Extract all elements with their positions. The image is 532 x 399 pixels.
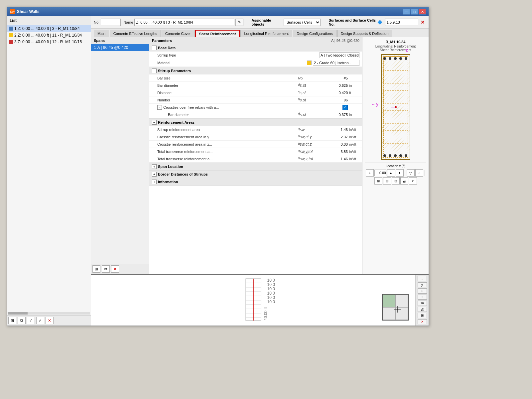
stirrup-type-label: Stirrup type	[157, 53, 296, 57]
scale-val-2: 10.0	[267, 282, 275, 287]
list-item-3[interactable]: 3 Z: 0.00 ... 40.00 ft | 12 - R_M1 10/15	[7, 39, 91, 45]
filter-button[interactable]: ▽	[407, 169, 415, 177]
position-up-button[interactable]: ▲	[387, 169, 395, 177]
viz-btn-1[interactable]: ↕	[418, 276, 427, 281]
list-item-1[interactable]: 1 Z: 0.00 ... 40.00 ft | 3 - R_M1 10/84	[7, 25, 91, 32]
distance-value: 0.420	[321, 91, 348, 95]
preview-bottom-toolbar: Location x [ft] ⤓ ▲ ▼ ▽ ⊿ ⊞ ⊟	[365, 163, 426, 185]
viz-btn-2[interactable]: y	[418, 282, 427, 288]
bar-size-label: Bar size	[157, 76, 298, 80]
list-new-button[interactable]: ⊞	[8, 317, 16, 324]
svg-point-12	[405, 154, 407, 157]
surfaces-group: Surfaces and Surface Cells No. 🔷 ✕	[329, 18, 426, 26]
list-item-label-2: 2 Z: 0.00 ... 40.00 ft | 11 - R_M1 10/84	[14, 33, 82, 38]
tab-concrete-cover[interactable]: Concrete Cover	[162, 30, 195, 37]
filter2-button[interactable]: ⊿	[415, 169, 423, 177]
row-crosstie-z: Crosstie reinforcement area in z... asw,…	[149, 141, 362, 148]
list-copy-button[interactable]: ⧉	[18, 317, 26, 324]
stirrup-type-input[interactable]	[320, 52, 359, 58]
title-controls: ─ □ ✕	[403, 9, 426, 15]
section-information-header[interactable]: + Information	[149, 178, 362, 186]
tab-longitudinal[interactable]: Longitudinal Reinforcement	[240, 30, 292, 37]
section-base-data-header[interactable]: − Base Data	[149, 44, 362, 52]
svg-point-6	[399, 57, 402, 60]
material-input[interactable]	[313, 60, 359, 66]
tab-main[interactable]: Main	[94, 30, 109, 37]
list-item-color-3	[9, 40, 13, 44]
preview-export-button[interactable]: ⤓	[366, 169, 374, 177]
crosstie-z-unit: in²/ft	[348, 142, 359, 146]
more-button[interactable]: ▾	[409, 177, 417, 185]
expand-crossties[interactable]: −	[157, 105, 162, 110]
view1-button[interactable]: ⊞	[374, 177, 382, 185]
crosstie-y-label: Crosstie reinforcement area in y...	[157, 135, 298, 139]
toolbar-sep-1	[405, 170, 405, 176]
section-span-location-header[interactable]: + Span Location	[149, 163, 362, 170]
list-item-2[interactable]: 2 Z: 0.00 ... 40.00 ft | 11 - R_M1 10/84	[7, 32, 91, 39]
span-items: 1 A | 96 #5 @0.420	[91, 44, 149, 154]
print-button[interactable]: 🖨	[400, 177, 408, 185]
expand-span-location[interactable]: +	[152, 164, 157, 169]
expand-reinforcement-areas[interactable]: −	[152, 120, 157, 125]
viz-btn-5[interactable]: 10	[418, 301, 427, 306]
viz-btn-6[interactable]: 🖨	[418, 307, 427, 312]
list-check1-button[interactable]: ✓	[27, 317, 35, 324]
svg-point-7	[405, 57, 407, 60]
section-stirrup-params-header[interactable]: − Stirrup Parameters	[149, 67, 362, 74]
view3-button[interactable]: ⊡	[392, 177, 400, 185]
scale-values: 10.0 10.0 10.0 10.0 10.0 10.0	[267, 278, 275, 304]
no-input[interactable]	[101, 19, 121, 26]
position-input[interactable]	[374, 170, 386, 176]
viz-btn-8[interactable]: ✕	[418, 319, 427, 325]
maximize-button[interactable]: □	[411, 9, 418, 15]
span-item-1[interactable]: 1 A | 96 #5 @0.420	[91, 44, 149, 51]
spans-panel: Spans 1 A | 96 #5 @0.420 ⊞ ⧉ ✕	[91, 37, 149, 274]
list-check2-button[interactable]: ✓	[36, 317, 44, 324]
minimize-button[interactable]: ─	[403, 9, 410, 15]
row-crosstie-y: Crosstie reinforcement area in y... asw,…	[149, 133, 362, 141]
stirrup-area-unit: in²/ft	[348, 128, 359, 132]
tab-design-supports[interactable]: Design Supports & Deflection	[337, 30, 392, 37]
surfaces-clear-button[interactable]: ✕	[420, 19, 426, 26]
expand-base-data[interactable]: −	[152, 46, 157, 50]
crosstie-y-symbol: asw,ct,y	[298, 134, 321, 139]
section-base-data: − Base Data Stirrup type Material	[149, 44, 362, 67]
no-label: No.	[94, 20, 99, 24]
expand-border-distances[interactable]: +	[152, 172, 157, 177]
number-value: 96	[321, 98, 348, 102]
viz-btn-7[interactable]: ⊞	[418, 313, 427, 318]
base-data-title: Base Data	[158, 46, 176, 50]
crossties-checkbox[interactable]: ✓	[342, 105, 348, 110]
left-scrollbar[interactable]	[8, 312, 90, 315]
list-delete-button[interactable]: ✕	[46, 317, 54, 324]
span-value-1: A | 96 #5 @0.420	[97, 45, 128, 50]
spans-delete-button[interactable]: ✕	[111, 265, 119, 273]
row-total-y: Total transverse reinforcement a... asw,…	[149, 148, 362, 155]
tab-design-config[interactable]: Design Configurations	[293, 30, 336, 37]
row-bar-diameter-ct: Bar diameter ds,ct 0.375 in	[149, 111, 362, 118]
expand-stirrup-params[interactable]: −	[152, 68, 157, 73]
spans-new-button[interactable]: ⊞	[92, 265, 100, 273]
tab-shear-reinforcement[interactable]: Shear Reinforcement	[195, 30, 240, 37]
window-title: Shear Walls	[17, 9, 40, 14]
expand-information[interactable]: +	[152, 180, 157, 184]
name-edit-button[interactable]: ✎	[235, 19, 243, 26]
bar-diameter-unit: in	[348, 83, 359, 87]
name-input[interactable]	[134, 19, 234, 26]
params-panel: Parameters A | 96 #5 @0.420 − Base Data …	[149, 37, 362, 274]
section-reinforcement-areas-header[interactable]: − Reinforcement Areas	[149, 119, 362, 126]
total-z-value: 1.46	[321, 157, 348, 161]
number-symbol: ns,st	[298, 97, 321, 102]
viz-btn-3[interactable]: ↔	[418, 288, 427, 294]
viz-btn-4[interactable]: ↕	[418, 295, 427, 300]
view2-button[interactable]: ⊟	[383, 177, 391, 185]
assignable-select[interactable]: Surfaces / Cells	[284, 19, 321, 26]
tab-concrete-lengths[interactable]: Concrete Effective Lengths	[110, 30, 161, 37]
stirrup-params-title: Stirrup Parameters	[158, 69, 191, 73]
section-border-distances-header[interactable]: + Border Distances of Stirrups	[149, 171, 362, 178]
close-button[interactable]: ✕	[419, 9, 426, 15]
surfaces-input[interactable]	[385, 19, 418, 26]
spans-copy-button[interactable]: ⧉	[102, 265, 110, 273]
position-down-button[interactable]: ▼	[396, 169, 404, 177]
lower-viz-main: 40.00 ft 10.0 10.0 10.0 10.0 10.0 10.0	[91, 275, 415, 326]
